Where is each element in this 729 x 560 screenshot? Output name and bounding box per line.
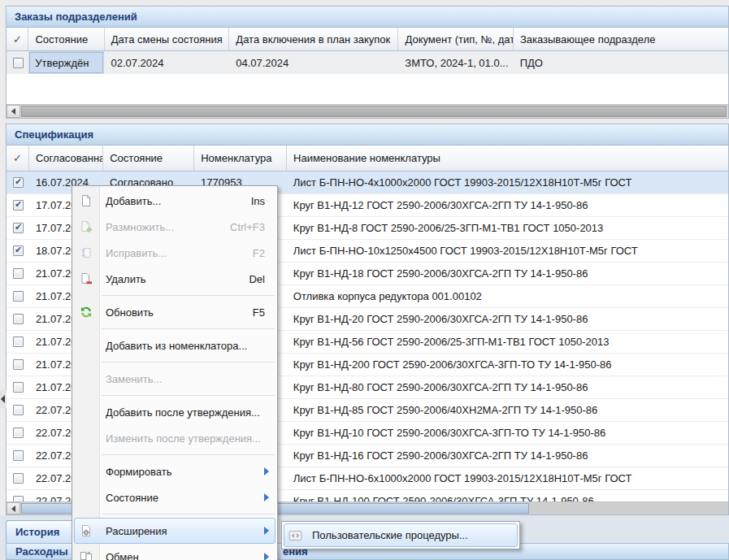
- table-cell: Утверждён: [28, 51, 104, 74]
- row-checkbox[interactable]: [13, 291, 24, 302]
- menu-separator: [102, 454, 275, 455]
- column-header[interactable]: Наименование номенклатуры: [287, 145, 728, 171]
- select-all-column-header[interactable]: ✓: [7, 28, 28, 50]
- select-all-column-header[interactable]: ✓: [7, 145, 29, 171]
- menu-item-shortcut: Ins: [251, 195, 265, 207]
- checkbox-cell: [7, 399, 29, 422]
- extensions-icon: [80, 524, 93, 537]
- table-cell: Круг В1-НД-100 ГОСТ 2590-2006/30ХГСА-3ГП…: [287, 490, 728, 502]
- table-cell: Круг В1-НД-56 ГОСТ 2590-2006/25-3ГП-М1-Т…: [287, 331, 728, 354]
- orders-horizontal-scrollbar[interactable]: [7, 104, 728, 118]
- checkbox-cell: [7, 285, 29, 308]
- menu-item-label: Размножить...: [106, 221, 223, 233]
- row-checkbox[interactable]: [13, 405, 24, 415]
- specification-panel-title: Спецификация: [7, 124, 728, 145]
- checkbox-cell: [7, 217, 29, 240]
- row-checkbox[interactable]: [13, 58, 24, 68]
- menu-item-добавить-после-утверждения[interactable]: Добавить после утверждения...: [74, 399, 276, 425]
- menu-item-shortcut: Ctrl+F3: [230, 221, 265, 233]
- extensions-submenu: Пользовательские процедуры...: [281, 521, 520, 549]
- refresh-icon: [80, 306, 93, 319]
- menu-item-label: Расширения: [106, 525, 265, 537]
- user-procedures-icon: [289, 529, 302, 542]
- menu-item-обмен[interactable]: Обмен: [74, 544, 276, 560]
- menu-separator: [102, 395, 275, 396]
- menu-item-обновить[interactable]: ОбновитьF5: [74, 299, 276, 325]
- table-cell: Лист Б-ПН-НО-10х1250х4500 ГОСТ 19903-201…: [287, 240, 728, 263]
- checkbox-cell: [7, 422, 29, 445]
- submenu-arrow-icon: [264, 493, 269, 501]
- menu-item-изменить-после-утверждения[interactable]: Изменить после утверждения...: [74, 425, 276, 451]
- menu-item-заменить[interactable]: Заменить...: [74, 366, 276, 392]
- checkbox-cell: [7, 354, 29, 376]
- menu-item-label: Добавить из номенклатора...: [106, 340, 265, 352]
- checkbox-cell: [7, 194, 29, 217]
- row-checkbox[interactable]: [13, 450, 24, 461]
- checkbox-cell: [7, 263, 29, 285]
- table-cell: Круг В1-НД-16 ГОСТ 2590-2006/30ХГСА-2ГП …: [287, 445, 728, 467]
- column-header[interactable]: Согласованна: [29, 145, 103, 171]
- menu-item-label: Формировать: [106, 466, 265, 478]
- table-cell: Лист Б-ПН-НО-4х1000х2000 ГОСТ 19903-2015…: [287, 171, 728, 194]
- splitter-collapse-arrow[interactable]: [0, 390, 7, 408]
- row-checkbox[interactable]: [13, 359, 24, 370]
- delete-doc-icon: [80, 272, 93, 285]
- row-checkbox[interactable]: [13, 428, 24, 438]
- scrollbar-thumb[interactable]: [21, 106, 727, 117]
- column-header[interactable]: Состояние: [103, 145, 194, 171]
- column-header[interactable]: Документ (тип, №, дат: [398, 28, 513, 50]
- column-header[interactable]: Номенклатура: [194, 145, 287, 171]
- menu-item-состояние[interactable]: Состояние: [74, 484, 276, 510]
- scroll-left-button[interactable]: [7, 502, 20, 514]
- submenu-arrow-icon: [264, 467, 269, 475]
- table-cell: Круг В1-НД-10 ГОСТ 2590-2006/30ХГСА-3ГП-…: [287, 422, 728, 445]
- row-checkbox[interactable]: [13, 382, 24, 393]
- menu-item-label: Добавить после утверждения...: [106, 406, 265, 419]
- row-checkbox[interactable]: [13, 473, 24, 484]
- menu-item-label: Изменить после утверждения...: [106, 432, 265, 445]
- menu-separator: [102, 362, 275, 362]
- tab-history-label: История: [15, 526, 59, 538]
- menu-separator: [102, 295, 275, 296]
- menu-item-shortcut: Del: [249, 273, 265, 285]
- context-menu: Добавить...InsРазмножить...Ctrl+F3Исправ…: [72, 185, 278, 560]
- specification-column-headers: ✓СогласованнаСостояниеНоменклатураНаимен…: [7, 145, 728, 171]
- row-checkbox[interactable]: [13, 336, 24, 347]
- menu-item-shortcut: F5: [253, 306, 265, 319]
- menu-item-label: Обновить: [106, 306, 246, 319]
- row-checkbox[interactable]: [13, 223, 24, 233]
- row-checkbox[interactable]: [13, 314, 24, 324]
- menu-item-исправить[interactable]: Исправить...F2: [74, 240, 276, 266]
- row-checkbox[interactable]: [13, 200, 24, 211]
- menu-item-label: Исправить...: [106, 247, 246, 259]
- checkbox-cell: [7, 445, 29, 467]
- new-doc-icon: [80, 194, 93, 207]
- checkbox-cell: [7, 490, 29, 502]
- table-cell: Круг В1-НД-20 ГОСТ 2590-2006/30ХГСА-2ГП …: [287, 308, 728, 331]
- duplicate-doc-icon: [80, 220, 93, 233]
- row-checkbox[interactable]: [13, 268, 24, 279]
- menu-item-расширения[interactable]: Расширения: [74, 518, 276, 544]
- table-cell: Круг В1-НД-18 ГОСТ 2590-2006/30ХГСА-2ГП …: [287, 263, 728, 285]
- menu-item-удалить[interactable]: УдалитьDel: [74, 266, 276, 292]
- menu-item-формировать[interactable]: Формировать: [74, 458, 276, 484]
- table-cell: Отливка корпуса редуктора 001.00102: [287, 285, 728, 308]
- column-header[interactable]: Заказывающее подразделе: [514, 28, 728, 50]
- column-header[interactable]: Дата смены состояния: [105, 28, 230, 50]
- column-header[interactable]: Дата включения в план закупок: [229, 28, 398, 50]
- tab-history[interactable]: История: [6, 520, 77, 543]
- row-checkbox[interactable]: [13, 177, 24, 188]
- table-cell: ЗМТО, 2024-1, 01.0...: [398, 51, 513, 74]
- menu-item-добавить[interactable]: Добавить...Ins: [74, 188, 276, 214]
- table-cell: Круг В1-НД-8 ГОСТ 2590-2006/25-3ГП-М1-ТВ…: [287, 217, 728, 240]
- menu-item-label: Удалить: [106, 273, 242, 285]
- row-checkbox[interactable]: [13, 245, 24, 256]
- submenu-item-user-procedures[interactable]: Пользовательские процедуры...: [284, 523, 518, 547]
- scroll-left-button[interactable]: [7, 105, 20, 118]
- menu-item-добавить-из-номенклатора[interactable]: Добавить из номенклатора...: [74, 332, 276, 358]
- table-cell: ПДО: [514, 51, 728, 74]
- column-header[interactable]: Состояние: [28, 28, 104, 50]
- orders-table-row[interactable]: Утверждён02.07.202404.07.2024ЗМТО, 2024-…: [7, 51, 728, 74]
- menu-item-размножить[interactable]: Размножить...Ctrl+F3: [74, 214, 276, 240]
- table-cell: Круг В1-НД-85 ГОСТ 2590-2006/40ХН2МА-2ГП…: [287, 399, 728, 422]
